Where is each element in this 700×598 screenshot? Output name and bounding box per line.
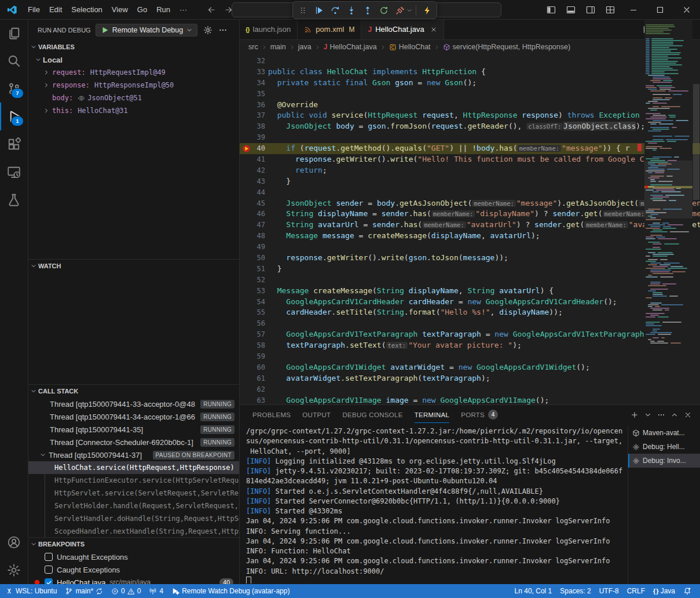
activity-accounts[interactable] (0, 528, 28, 556)
close-panel-button[interactable] (684, 411, 692, 419)
code-line[interactable]: 62 (239, 384, 700, 395)
views-and-more-actions-button[interactable] (218, 25, 228, 35)
thread-row[interactable]: Thread [qtp1500079441-34-acceptor-1@66..… (28, 410, 239, 423)
breadcrumb-item[interactable]: service(HttpRequest, HttpResponse) (443, 43, 571, 51)
terminal-session[interactable]: Maven-avat... (628, 426, 700, 440)
line-number[interactable]: 51 (239, 264, 265, 275)
thread-row[interactable]: Thread [Connector-Scheduler-6920b0bc-1]R… (28, 436, 239, 448)
code-line[interactable]: 34 private static final Gson gson = new … (239, 78, 700, 89)
customize-layout[interactable] (600, 0, 620, 19)
close-window[interactable] (673, 0, 700, 19)
line-number[interactable]: 56 (239, 318, 265, 329)
thread-row[interactable]: Thread [qtp1500079441-33-acceptor-0@48..… (28, 398, 239, 410)
line-number[interactable]: 48 (239, 231, 265, 242)
code-line[interactable]: 35 (239, 89, 700, 100)
step-over-button[interactable] (327, 3, 343, 17)
code-line[interactable]: 50 response.getWriter().write(gson.toJso… (239, 253, 700, 264)
step-out-button[interactable] (360, 3, 375, 17)
variables-scope-local[interactable]: Local (28, 53, 239, 66)
panel-tab-output[interactable]: OUTPUT (297, 405, 336, 424)
debug-status[interactable]: Remote Watch Debug (avatar-app) (167, 584, 294, 598)
breakpoint-checkbox[interactable] (45, 566, 53, 574)
code-line[interactable]: 57 GoogleAppsCardV1TextParagraph textPar… (239, 329, 700, 340)
terminal-session[interactable]: Debug: Invo... (628, 454, 700, 468)
code-line[interactable]: 61 avatarWidget.setTextParagraph(textPar… (239, 373, 700, 384)
code-line[interactable]: 48 Message message = createMessage(displ… (239, 231, 700, 242)
variable-row[interactable]: this:HelloChat@31 (28, 104, 239, 117)
breakpoint-row[interactable]: HelloChat.javasrc/main/java40 (28, 576, 239, 584)
stack-frame[interactable]: HelloChat.service(HttpRequest,HttpRespon… (28, 461, 239, 474)
line-number[interactable]: 36 (239, 100, 265, 111)
line-number[interactable]: 34 (239, 78, 265, 89)
tab-pom-xml[interactable]: pom.xmlM (298, 19, 361, 39)
thread-row[interactable]: Thread [qtp1500079441-35]RUNNING (28, 423, 239, 436)
code-line[interactable]: 39 (239, 132, 700, 143)
panel-tab-problems[interactable]: PROBLEMS (247, 405, 296, 424)
panel-tab-ports[interactable]: PORTS4 (456, 405, 503, 424)
watch-section-header[interactable]: WATCH (28, 259, 239, 272)
line-number[interactable]: 39 (239, 132, 265, 143)
chevron-down-icon[interactable] (406, 7, 413, 14)
thread-row[interactable]: Thread [qtp1500079441-37]PAUSED ON BREAK… (28, 448, 239, 461)
debug-config-picker[interactable]: Remote Watch Debug (96, 24, 198, 37)
code-line[interactable]: 59 (239, 351, 700, 362)
line-number[interactable]: 55 (239, 307, 265, 318)
encoding[interactable]: UTF-8 (595, 584, 623, 598)
variable-row[interactable]: request:HttpRequestImpl@49 (28, 66, 239, 79)
menu-[interactable]: ··· (175, 3, 192, 16)
notifications[interactable] (679, 584, 695, 598)
line-number[interactable]: 50 (239, 253, 265, 264)
code-line[interactable]: 40 if (request.getMethod().equals("GET")… (239, 143, 700, 154)
breakpoints-section-header[interactable]: BREAKPOINTS (28, 537, 239, 550)
line-number[interactable]: 45 (239, 198, 265, 209)
cursor-position[interactable]: Ln 40, Col 1 (511, 584, 556, 598)
line-number[interactable]: 59 (239, 351, 265, 362)
call-stack-section-header[interactable]: CALL STACK (28, 384, 239, 398)
hot-code-replace-button[interactable] (419, 3, 435, 17)
code-line[interactable]: 41 response.getWriter().write("Hello! Th… (239, 154, 700, 165)
activity-run-and-debug[interactable]: 1 (0, 103, 28, 130)
continue-button[interactable] (311, 3, 327, 17)
line-number[interactable]: 47 (239, 220, 265, 231)
line-number[interactable]: 33 (239, 67, 265, 78)
toggle-panel[interactable] (561, 0, 581, 19)
tab-hellochat-java[interactable]: JHelloChat.java (361, 19, 444, 39)
maximize-panel-button[interactable] (670, 411, 679, 419)
breakpoint-checkbox[interactable] (45, 553, 53, 561)
line-number[interactable]: 53 (239, 286, 265, 297)
line-number[interactable]: 38 (239, 121, 265, 132)
code-line[interactable]: 52 (239, 275, 700, 286)
activity-remote-explorer[interactable] (0, 158, 28, 186)
minimize-window[interactable] (620, 0, 647, 19)
remote-indicator[interactable]: WSL: Ubuntu (1, 584, 61, 598)
line-number[interactable]: 41 (239, 154, 265, 165)
activity-source-control[interactable]: 7 (0, 75, 28, 103)
indentation[interactable]: Spaces: 2 (556, 584, 595, 598)
ports-status[interactable]: 4 (145, 584, 167, 598)
menu-edit[interactable]: Edit (45, 3, 67, 16)
activity-explorer[interactable] (0, 19, 28, 47)
code-line[interactable]: 63 GoogleAppsCardV1Image image = new Goo… (239, 395, 700, 404)
activity-search[interactable] (0, 47, 28, 75)
eol[interactable]: CRLF (623, 584, 649, 598)
stack-frame[interactable]: HttpFunctionExecutor.service(HttpServlet… (28, 474, 239, 487)
breakpoint-row[interactable]: Uncaught Exceptions (28, 550, 239, 563)
line-number[interactable]: 62 (239, 384, 265, 395)
start-debug-icon[interactable] (100, 25, 109, 35)
toggle-secondary-sidebar[interactable] (581, 0, 600, 19)
menu-selection[interactable]: Selection (67, 3, 107, 16)
line-number[interactable]: 32 (239, 56, 265, 67)
code-line[interactable]: 44 (239, 187, 700, 198)
step-into-button[interactable] (343, 3, 359, 17)
branch-status[interactable]: main* (61, 584, 107, 598)
code-line[interactable]: 56 (239, 318, 700, 329)
line-number[interactable]: 61 (239, 373, 265, 384)
problems-status[interactable]: 00 (107, 584, 145, 598)
variable-row[interactable]: response:HttpResponseImpl@50 (28, 79, 239, 92)
code-line[interactable]: 54 GoogleAppsCardV1CardHeader cardHeader… (239, 297, 700, 308)
breadcrumb-item[interactable]: HelloChat (389, 43, 431, 51)
stack-frame[interactable]: ScopedHandler.nextHandle(String,Request,… (28, 525, 239, 538)
close-icon[interactable] (430, 26, 437, 33)
breadcrumb-item[interactable]: src (248, 43, 258, 51)
line-number[interactable]: 54 (239, 297, 265, 308)
